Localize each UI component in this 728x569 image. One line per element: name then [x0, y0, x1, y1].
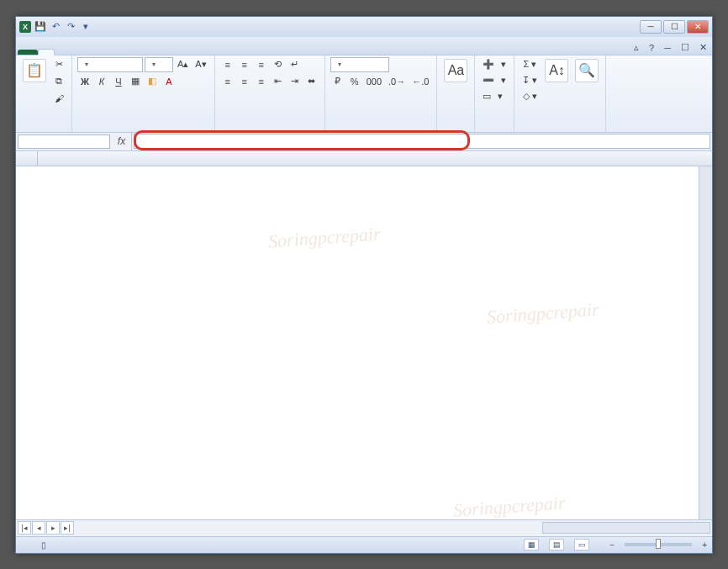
- name-box[interactable]: [18, 134, 110, 149]
- formula-bar[interactable]: [134, 134, 710, 149]
- delete-cells-button[interactable]: ➖ ▾: [480, 73, 509, 88]
- italic-icon[interactable]: К: [94, 74, 109, 89]
- macro-record-icon[interactable]: ▯: [41, 540, 46, 550]
- align-top-icon[interactable]: ≡: [220, 57, 235, 72]
- font-name-combo[interactable]: ▾: [77, 57, 143, 72]
- align-middle-icon[interactable]: ≡: [237, 57, 252, 72]
- tab-abbyy[interactable]: [191, 50, 206, 55]
- clear-icon[interactable]: ◇ ▾: [520, 89, 540, 104]
- fill-icon[interactable]: ↧ ▾: [520, 73, 540, 88]
- percent-icon[interactable]: %: [347, 74, 362, 89]
- minimize-button[interactable]: ─: [640, 20, 662, 34]
- dec-decimal-icon[interactable]: ←.0: [409, 74, 431, 89]
- title-bar: X 💾 ↶ ↷ ▾ ─ ☐ ✕: [16, 17, 712, 37]
- view-normal-icon[interactable]: ▦: [524, 539, 539, 551]
- tab-review[interactable]: [115, 50, 130, 55]
- paste-button[interactable]: 📋: [21, 57, 48, 86]
- tab-formulas[interactable]: [85, 50, 100, 55]
- styles-button[interactable]: Aa: [442, 57, 469, 86]
- format-cells-button[interactable]: ▭ ▾: [480, 89, 505, 104]
- format-painter-icon[interactable]: 🖌: [51, 91, 66, 106]
- bold-icon[interactable]: Ж: [77, 74, 92, 89]
- find-select-button[interactable]: 🔍: [573, 57, 600, 86]
- sheet-nav-prev[interactable]: ◂: [32, 521, 45, 535]
- paste-icon: 📋: [23, 59, 46, 82]
- tab-developer[interactable]: [145, 50, 161, 55]
- excel-window: X 💾 ↶ ↷ ▾ ─ ☐ ✕ ▵ ? ─ ☐ ✕: [15, 16, 713, 554]
- view-layout-icon[interactable]: ▤: [549, 539, 564, 551]
- fill-color-icon[interactable]: ◧: [145, 74, 160, 89]
- group-label: [21, 130, 66, 131]
- tab-view[interactable]: [130, 50, 145, 55]
- worksheet-grid[interactable]: [16, 166, 699, 519]
- align-left-icon[interactable]: ≡: [220, 74, 235, 89]
- group-label: [330, 130, 432, 131]
- tab-layout[interactable]: [70, 50, 85, 55]
- orientation-icon[interactable]: ⟲: [271, 57, 286, 72]
- find-icon: 🔍: [575, 59, 599, 82]
- doc-minimize-icon[interactable]: ─: [659, 41, 676, 55]
- close-button[interactable]: ✕: [687, 20, 709, 34]
- font-size-combo[interactable]: ▾: [145, 57, 173, 72]
- number-format-combo[interactable]: ▾: [330, 57, 389, 72]
- currency-icon[interactable]: ₽: [330, 74, 346, 89]
- group-clipboard: 📋 ✂ ⧉ 🖌: [16, 55, 72, 132]
- excel-icon: X: [19, 21, 31, 33]
- ribbon-minimize-icon[interactable]: ▵: [629, 40, 644, 55]
- styles-icon: Aa: [444, 59, 467, 82]
- vertical-scrollbar[interactable]: [699, 166, 712, 519]
- sheet-nav-next[interactable]: ▸: [46, 521, 60, 535]
- column-headers: [16, 151, 712, 166]
- view-break-icon[interactable]: ▭: [574, 539, 589, 551]
- insert-cells-button[interactable]: ➕ ▾: [480, 57, 509, 72]
- group-cells: ➕ ▾ ➖ ▾ ▭ ▾: [475, 55, 514, 132]
- horizontal-scrollbar[interactable]: [542, 522, 710, 534]
- tab-home[interactable]: [38, 49, 55, 55]
- zoom-in-icon[interactable]: +: [702, 540, 707, 550]
- border-icon[interactable]: ▦: [128, 74, 143, 89]
- tab-insert[interactable]: [55, 50, 70, 55]
- qat-save-icon[interactable]: 💾: [34, 21, 46, 33]
- underline-icon[interactable]: Ч: [111, 74, 126, 89]
- inc-decimal-icon[interactable]: .0→: [386, 74, 408, 89]
- doc-restore-icon[interactable]: ☐: [676, 40, 694, 55]
- thousands-icon[interactable]: 000: [364, 74, 384, 89]
- autosum-icon[interactable]: Σ ▾: [520, 57, 540, 72]
- group-label: [520, 130, 600, 131]
- fx-button[interactable]: fx: [112, 133, 132, 150]
- decrease-indent-icon[interactable]: ⇤: [271, 74, 286, 89]
- sort-filter-button[interactable]: A↕: [543, 57, 570, 86]
- qat-dropdown-icon[interactable]: ▾: [80, 21, 92, 33]
- tab-data[interactable]: [100, 50, 115, 55]
- tab-addins[interactable]: [161, 50, 176, 55]
- maximize-button[interactable]: ☐: [663, 20, 685, 34]
- align-right-icon[interactable]: ≡: [254, 74, 269, 89]
- select-all-corner[interactable]: [16, 151, 38, 166]
- group-number: ▾ ₽ % 000 .0→ ←.0: [325, 55, 438, 132]
- doc-close-icon[interactable]: ✕: [694, 40, 712, 55]
- status-bar: ▯ ▦ ▤ ▭ − +: [16, 536, 712, 553]
- cut-icon[interactable]: ✂: [51, 57, 66, 72]
- font-color-icon[interactable]: A: [161, 74, 177, 89]
- wrap-text-icon[interactable]: ↵: [288, 57, 303, 72]
- zoom-slider[interactable]: [625, 543, 692, 546]
- sheet-bar: |◂ ◂ ▸ ▸|: [16, 519, 712, 536]
- qat-redo-icon[interactable]: ↷: [65, 21, 76, 33]
- group-label: [480, 130, 509, 131]
- increase-indent-icon[interactable]: ⇥: [288, 74, 303, 89]
- sheet-nav-last[interactable]: ▸|: [61, 521, 74, 535]
- zoom-out-icon[interactable]: −: [609, 540, 615, 550]
- copy-icon[interactable]: ⧉: [51, 74, 66, 89]
- align-bottom-icon[interactable]: ≡: [254, 57, 269, 72]
- sheet-nav-first[interactable]: |◂: [18, 521, 31, 535]
- shrink-font-icon[interactable]: A▾: [193, 57, 208, 72]
- grow-font-icon[interactable]: A▴: [175, 57, 191, 72]
- help-icon[interactable]: ?: [644, 41, 659, 55]
- qat-undo-icon[interactable]: ↶: [50, 21, 61, 33]
- merge-icon[interactable]: ⬌: [304, 74, 319, 89]
- tab-file[interactable]: [18, 50, 38, 55]
- group-label: [77, 130, 209, 131]
- tab-foxit[interactable]: [176, 50, 191, 55]
- align-center-icon[interactable]: ≡: [237, 74, 252, 89]
- ribbon-tabs: ▵ ? ─ ☐ ✕: [16, 37, 712, 55]
